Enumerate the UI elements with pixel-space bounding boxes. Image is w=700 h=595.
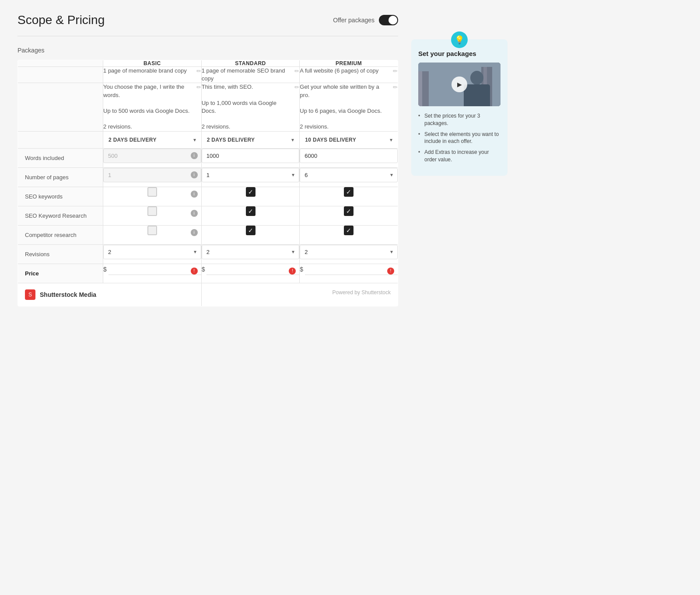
offer-packages-switch[interactable] <box>379 15 398 25</box>
checkbox-seo-keywords-standard[interactable]: ✓ <box>246 187 256 197</box>
error-icon-price-basic[interactable]: ! <box>191 268 198 275</box>
edit-icon-title-basic[interactable]: ✏ <box>196 68 201 74</box>
delivery-cell-standard: 2 DAYS DELIVERY ▾ <box>201 131 300 148</box>
price-label-cell: Price <box>18 264 103 283</box>
title-row-label <box>18 67 103 83</box>
price-input-row-premium: $ <box>300 264 398 275</box>
lightbulb-icon: 💡 <box>451 31 468 48</box>
pages-select-basic[interactable]: 1 ▾ <box>103 168 201 182</box>
revisions-select-premium[interactable]: 2 ▾ <box>300 245 398 259</box>
sidebar-card-title: Set your packages <box>418 50 500 57</box>
chevron-down-icon-delivery-basic: ▾ <box>193 137 196 143</box>
footer-row: S Shutterstock Media Powered by Shutters… <box>18 283 398 306</box>
revisions-select-standard[interactable]: 2 ▾ <box>202 245 300 259</box>
seo-keywords-label-cell: SEO keywords <box>18 187 103 206</box>
title-cell-premium: A full website (6 pages) of copy ✏ <box>300 67 398 83</box>
seo-keywords-cell-standard: ✓ <box>201 187 300 206</box>
competitor-research-cell-standard: ✓ <box>201 225 300 244</box>
info-icon-pages-basic[interactable]: i <box>191 171 198 178</box>
revisions-cell-standard: 2 ▾ <box>201 244 300 264</box>
footer-brand-cell: S Shutterstock Media <box>18 283 202 306</box>
footer-brand: S Shutterstock Media <box>25 289 194 300</box>
sidebar-video[interactable]: ▶ <box>418 63 500 106</box>
error-icon-price-premium[interactable]: ! <box>387 268 394 275</box>
price-input-row-basic: $ <box>103 264 201 275</box>
checkbox-competitor-research-standard[interactable]: ✓ <box>246 226 256 235</box>
price-currency-basic: $ <box>103 266 107 273</box>
revisions-val-premium: 2 <box>304 249 308 255</box>
price-cell-standard: ! $ <box>201 264 300 283</box>
footer-powered-text: Powered by Shutterstock <box>209 289 391 296</box>
delivery-select-premium[interactable]: 10 DAYS DELIVERY ▾ <box>300 132 398 148</box>
words-cell-premium <box>300 148 398 167</box>
page-title: Scope & Pricing <box>18 13 105 27</box>
seo-kw-research-cell-premium: ✓ <box>300 206 398 225</box>
chevron-down-icon-delivery-standard: ▾ <box>291 137 294 143</box>
checkbox-seo-keywords-basic[interactable] <box>147 187 157 197</box>
price-input-standard[interactable] <box>206 264 299 275</box>
empty-header <box>18 60 103 67</box>
words-input-standard[interactable] <box>202 149 300 163</box>
pages-cell-premium: 6 ▾ <box>300 167 398 187</box>
svg-rect-2 <box>418 71 422 106</box>
revisions-val-standard: 2 <box>206 249 210 255</box>
delivery-select-basic[interactable]: 2 DAYS DELIVERY ▾ <box>103 132 201 148</box>
desc-text-standard: This time, with SEO.Up to 1,000 words vi… <box>202 83 292 131</box>
delivery-select-standard[interactable]: 2 DAYS DELIVERY ▾ <box>202 132 300 148</box>
video-play-button[interactable]: ▶ <box>452 77 467 92</box>
pages-val-standard: 1 <box>206 172 210 178</box>
edit-icon-title-standard[interactable]: ✏ <box>294 68 299 74</box>
error-icon-price-standard[interactable]: ! <box>289 268 296 275</box>
revisions-select-basic[interactable]: 2 ▾ <box>103 245 201 259</box>
desc-cell-standard-inner: This time, with SEO.Up to 1,000 words vi… <box>202 83 300 131</box>
sidebar-bullet-3: Add Extras to increase your order value. <box>418 149 500 164</box>
info-icon-words-basic[interactable]: i <box>191 152 198 159</box>
checkbox-seo-kw-research-premium[interactable]: ✓ <box>344 206 354 216</box>
edit-icon-title-premium[interactable]: ✏ <box>393 68 398 74</box>
edit-icon-desc-basic[interactable]: ✏ <box>196 84 201 90</box>
checkbox-competitor-research-premium[interactable]: ✓ <box>344 226 354 235</box>
sidebar-bullet-2: Select the elements you want to include … <box>418 131 500 146</box>
checkbox-seo-kw-research-basic[interactable] <box>147 206 157 216</box>
col-header-standard: STANDARD <box>201 60 300 67</box>
revisions-label-cell: Revisions <box>18 244 103 264</box>
svg-point-5 <box>470 71 483 85</box>
seo-keyword-research-label-cell: SEO Keyword Research <box>18 206 103 225</box>
info-icon-seo-keywords[interactable]: i <box>191 191 198 198</box>
seo-keywords-row: SEO keywords i ✓ ✓ <box>18 187 398 206</box>
words-input-basic[interactable] <box>103 149 201 163</box>
edit-icon-desc-premium[interactable]: ✏ <box>393 84 398 90</box>
desc-row: You choose the page, I write the words.U… <box>18 83 398 131</box>
edit-icon-desc-standard[interactable]: ✏ <box>294 84 299 90</box>
price-input-premium[interactable] <box>305 264 398 275</box>
words-row: Words included i <box>18 148 398 167</box>
chevron-down-icon-revisions-standard: ▾ <box>292 249 294 255</box>
desc-text-basic: You choose the page, I write the words.U… <box>103 83 194 131</box>
competitor-research-row: Competitor research i ✓ ✓ <box>18 225 398 244</box>
delivery-text-basic: 2 DAYS DELIVERY <box>108 137 157 143</box>
checkbox-seo-keywords-premium[interactable]: ✓ <box>344 187 354 197</box>
price-input-basic[interactable] <box>108 264 201 275</box>
checkbox-competitor-research-basic[interactable] <box>147 226 157 235</box>
title-cell-standard-inner: 1 page of memorable SEO brand copy ✏ <box>202 67 300 83</box>
seo-keywords-cell-premium: ✓ <box>300 187 398 206</box>
desc-row-label <box>18 83 103 131</box>
pages-label-cell: Number of pages <box>18 167 103 187</box>
footer-brand-name: Shutterstock Media <box>40 291 96 298</box>
desc-cell-basic-inner: You choose the page, I write the words.U… <box>103 83 201 131</box>
competitor-research-cell-premium: ✓ <box>300 225 398 244</box>
checkbox-seo-kw-research-standard[interactable]: ✓ <box>246 206 256 216</box>
info-icon-competitor-research[interactable]: i <box>191 229 198 236</box>
words-input-premium[interactable] <box>300 149 398 163</box>
footer-powered-cell: Powered by Shutterstock <box>201 283 398 306</box>
sidebar-bullet-1: Set the prices for your 3 packages. <box>418 112 500 127</box>
info-icon-seo-kw-research[interactable]: i <box>191 210 198 217</box>
chevron-down-icon-delivery-premium: ▾ <box>390 137 392 143</box>
pages-row: Number of pages i 1 ▾ 1 ▾ <box>18 167 398 187</box>
offer-packages-toggle[interactable]: Offer packages <box>333 15 398 25</box>
chevron-down-icon-revisions-premium: ▾ <box>390 249 393 255</box>
chevron-down-icon-pages-standard: ▾ <box>292 172 294 178</box>
pages-select-standard[interactable]: 1 ▾ <box>202 168 300 182</box>
pages-select-premium[interactable]: 6 ▾ <box>300 168 398 182</box>
revisions-row: Revisions 2 ▾ 2 ▾ <box>18 244 398 264</box>
